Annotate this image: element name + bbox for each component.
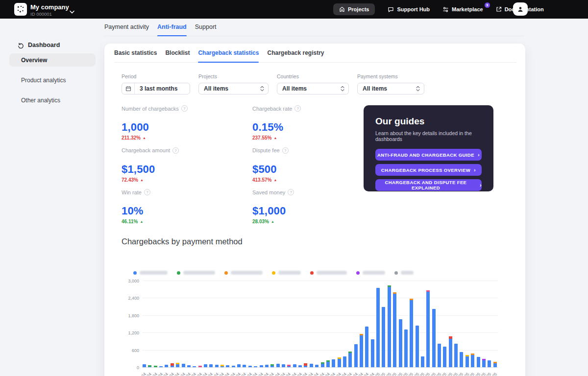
tab-payment-activity[interactable]: Payment activity [104,24,149,30]
filter-select[interactable]: All items [198,83,269,94]
bar-segment[interactable] [265,365,269,367]
bar-segment[interactable] [165,365,168,367]
bar-segment[interactable] [388,285,391,367]
help-icon[interactable]: ? [144,189,150,195]
bar-segment[interactable] [220,365,224,367]
filter-select[interactable]: All items [277,83,349,94]
bar-segment[interactable] [449,336,452,367]
bar-segment[interactable] [477,357,480,367]
bar-segment[interactable] [376,288,380,367]
bar-segment[interactable] [209,364,213,367]
bar-segment[interactable] [343,356,346,367]
bar-segment[interactable] [426,290,430,367]
bar-segment[interactable] [310,364,313,367]
bar-segment[interactable] [315,365,318,367]
legend-item-5[interactable] [310,271,347,275]
bar-segment[interactable] [354,344,358,367]
subtab-blocklist[interactable]: Blocklist [165,49,190,56]
bar-segment[interactable] [416,326,419,367]
bar-segment[interactable] [438,344,441,367]
bar-segment[interactable] [176,363,179,367]
legend-item-6[interactable] [356,271,385,275]
bar-segment[interactable] [232,366,235,367]
header-nav-marketplace[interactable]: Marketplace9 [442,6,483,13]
period-date-field[interactable]: 3 last months [122,83,190,94]
bar-segment[interactable] [338,357,341,367]
bar-segment[interactable] [154,366,157,367]
bar-segment[interactable] [143,364,146,367]
bar-segment[interactable] [226,365,229,367]
bar-segment[interactable] [260,365,263,367]
bar-segment[interactable] [276,364,280,367]
filter-select[interactable]: All items [357,83,424,94]
bar-segment[interactable] [360,334,363,367]
header-nav-support-hub[interactable]: Support Hub [388,6,430,13]
guide-button-2[interactable]: CHARGEBACK PROCESS OVERVIEW› [375,164,482,176]
help-icon[interactable]: ? [172,147,179,154]
tab-anti-fraud[interactable]: Anti-fraud [157,24,187,30]
bar-segment[interactable] [287,365,291,367]
bar-segment[interactable] [254,366,257,367]
sidebar-item-overview[interactable]: Overview [9,53,96,67]
subtab-chargeback-registry[interactable]: Chargeback registry [267,49,324,56]
bar-segment[interactable] [270,364,274,367]
sidebar-item-other-analytics[interactable]: Other analytics [9,94,96,107]
bar-segment[interactable] [237,364,241,367]
bar-segment[interactable] [432,309,436,367]
tab-support[interactable]: Support [195,24,217,30]
user-avatar-button[interactable] [513,2,528,16]
bar-segment[interactable] [321,362,324,367]
bar-segment[interactable] [293,364,296,367]
bar-segment[interactable] [171,363,174,367]
bar-segment[interactable] [182,364,185,367]
bar-segment[interactable] [471,353,474,367]
legend-item-3[interactable] [224,271,263,275]
sidebar-item-product-analytics[interactable]: Product analytics [9,73,96,87]
sidebar-header[interactable]: Dashboard [18,42,60,48]
help-icon[interactable]: ? [282,147,289,154]
bar-segment[interactable] [332,359,335,367]
bar-segment[interactable] [326,360,330,367]
bar-segment[interactable] [282,364,285,367]
bar-segment[interactable] [421,356,424,367]
bar-segment[interactable] [460,352,463,367]
help-icon[interactable]: ? [294,105,301,112]
company-logo[interactable] [14,3,27,16]
bar-segment[interactable] [382,307,385,367]
legend-item-2[interactable] [177,271,215,275]
bar-segment[interactable] [243,365,246,367]
bar-segment[interactable] [198,366,202,367]
legend-item-4[interactable] [272,271,301,275]
bar-segment[interactable] [493,362,497,367]
subtab-chargeback-statistics[interactable]: Chargeback statistics [198,49,259,56]
bar-segment[interactable] [159,366,163,367]
bar-segment[interactable] [204,364,207,367]
bar-segment[interactable] [410,299,413,367]
bar-segment[interactable] [365,327,368,367]
bar-segment[interactable] [371,339,374,367]
bar-segment[interactable] [215,365,219,367]
bar-segment[interactable] [393,292,396,367]
bar-segment[interactable] [482,359,486,367]
bar-segment[interactable] [248,366,252,367]
bar-segment[interactable] [488,360,491,367]
bar-segment[interactable] [304,363,307,367]
legend-item-1[interactable] [133,271,168,275]
help-icon[interactable]: ? [288,189,294,195]
bar-segment[interactable] [348,352,352,367]
bar-segment[interactable] [443,347,446,367]
guide-button-3[interactable]: CHARGEBACK AND DISPUTE FEE EXPLAINED› [375,179,482,191]
bar-segment[interactable] [298,365,302,367]
company-chevron-down-icon[interactable] [70,7,74,16]
bar-segment[interactable] [404,329,408,367]
bar-segment[interactable] [148,365,151,367]
legend-item-7[interactable] [394,271,414,275]
subtab-basic-statistics[interactable]: Basic statistics [114,49,157,56]
header-nav-projects[interactable]: Projects [333,3,375,15]
bar-segment[interactable] [187,365,191,367]
bar-segment[interactable] [193,366,196,367]
bar-segment[interactable] [454,344,458,367]
bar-segment[interactable] [399,319,402,367]
guide-button-1[interactable]: ANTI-FRAUD AND CHARGEBACK GUIDE› [375,149,482,161]
bar-segment[interactable] [466,355,469,367]
